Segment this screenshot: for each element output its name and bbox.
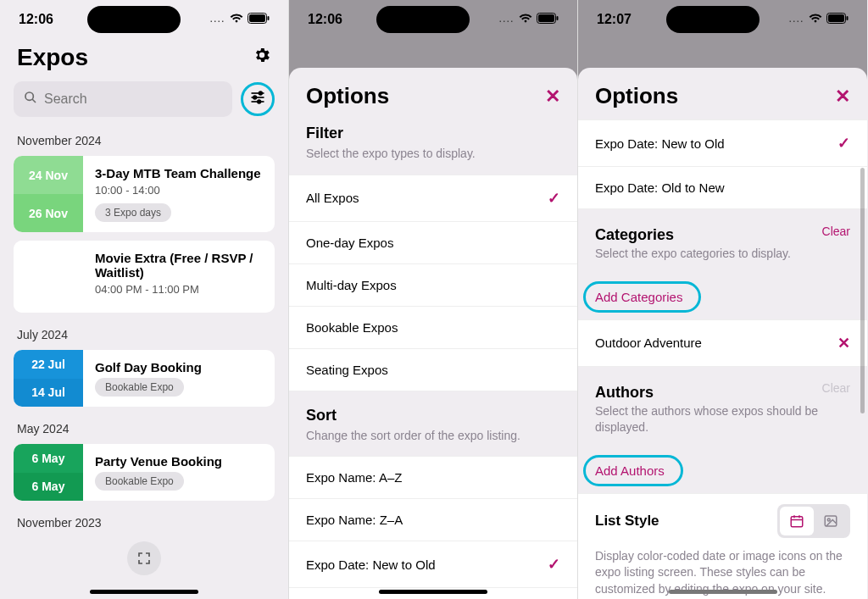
remove-icon[interactable]: ✕ bbox=[837, 334, 850, 352]
sort-option-za[interactable]: Expo Name: Z–A bbox=[289, 499, 577, 541]
close-icon[interactable]: ✕ bbox=[545, 86, 560, 108]
scrollbar[interactable] bbox=[860, 168, 865, 579]
search-input[interactable] bbox=[44, 92, 222, 107]
svg-point-22 bbox=[827, 519, 830, 521]
add-categories-link[interactable]: Add Categories bbox=[578, 275, 699, 319]
filter-option-oneday[interactable]: One-day Expos bbox=[289, 222, 577, 264]
card-title: Movie Extra (Free / RSVP / Waitlist) bbox=[95, 251, 263, 280]
option-label: Expo Date: New to Old bbox=[595, 136, 725, 151]
notch bbox=[666, 6, 760, 33]
options-sheet: Options ✕ Filter Select the expo types t… bbox=[289, 68, 577, 599]
filter-options-list: All Expos ✓ One-day Expos Multi-day Expo… bbox=[289, 175, 577, 391]
fab-bar bbox=[0, 541, 288, 575]
svg-line-4 bbox=[32, 99, 36, 103]
card-badge: Bookable Expo bbox=[95, 378, 184, 397]
card-badge: Bookable Expo bbox=[95, 472, 184, 491]
category-chip-outdoor[interactable]: Outdoor Adventure ✕ bbox=[578, 319, 867, 367]
expo-card-party[interactable]: 6 May 6 May Party Venue Booking Bookable… bbox=[14, 444, 275, 501]
categories-desc: Select the expo categories to display. bbox=[578, 246, 867, 275]
status-time: 12:06 bbox=[19, 12, 70, 27]
category-label: Outdoor Adventure bbox=[595, 336, 702, 350]
month-header-nov2023: November 2023 bbox=[0, 509, 288, 538]
check-icon: ✓ bbox=[837, 134, 850, 153]
sort-section-title: Sort bbox=[289, 391, 577, 428]
authors-clear: Clear bbox=[822, 381, 850, 395]
list-style-image-icon[interactable] bbox=[814, 507, 848, 535]
search-box[interactable] bbox=[14, 81, 232, 117]
scrollbar-thumb[interactable] bbox=[860, 168, 865, 413]
option-label: Expo Date: New to Old bbox=[306, 557, 436, 572]
sheet-title: Options bbox=[306, 83, 389, 109]
filter-option-multiday[interactable]: Multi-day Expos bbox=[289, 264, 577, 307]
sheet-title: Options bbox=[595, 83, 678, 109]
status-bar: 12:06 .... bbox=[289, 0, 577, 39]
sort-option-az[interactable]: Expo Name: A–Z bbox=[289, 456, 577, 499]
authors-desc: Select the authors whose expos should be… bbox=[578, 403, 867, 448]
card-time: 04:00 PM - 11:00 PM bbox=[95, 283, 263, 296]
list-style-title: List Style bbox=[595, 513, 659, 530]
sort-option-new[interactable]: Expo Date: New to Old ✓ bbox=[578, 119, 867, 167]
expo-card-golf[interactable]: 22 Jul 14 Jul Golf Day Booking Bookable … bbox=[14, 350, 275, 407]
battery-icon bbox=[248, 12, 270, 27]
card-title: Party Venue Booking bbox=[95, 454, 263, 469]
close-icon[interactable]: ✕ bbox=[835, 86, 850, 108]
filter-option-bookable[interactable]: Bookable Expos bbox=[289, 307, 577, 349]
settings-gear-icon[interactable] bbox=[253, 46, 271, 69]
date-start: 24 Nov bbox=[14, 156, 83, 194]
option-label: Seating Expos bbox=[306, 363, 388, 377]
svg-rect-12 bbox=[538, 14, 554, 22]
status-time: 12:06 bbox=[308, 12, 359, 27]
home-indicator bbox=[379, 590, 487, 594]
selected-categories: Outdoor Adventure ✕ bbox=[578, 319, 867, 367]
card-time: 10:00 - 14:00 bbox=[95, 184, 263, 197]
option-label: All Expos bbox=[306, 191, 359, 205]
list-style-segment bbox=[777, 504, 850, 538]
status-time: 12:07 bbox=[597, 12, 648, 27]
svg-rect-13 bbox=[557, 16, 559, 20]
svg-rect-1 bbox=[249, 14, 265, 22]
filter-button[interactable] bbox=[241, 82, 275, 116]
month-header-jul2024: July 2024 bbox=[0, 321, 288, 350]
option-label: Expo Name: A–Z bbox=[306, 470, 402, 485]
card-title: Golf Day Booking bbox=[95, 360, 263, 374]
card-badge: 3 Expo days bbox=[95, 203, 171, 222]
search-row bbox=[0, 81, 288, 127]
expo-card-mtb[interactable]: 24 Nov 26 Nov 3-Day MTB Team Challenge 1… bbox=[14, 156, 275, 232]
date-start: 22 Jul bbox=[14, 350, 83, 379]
svg-rect-17 bbox=[791, 517, 803, 527]
option-label: Expo Name: Z–A bbox=[306, 513, 403, 527]
add-authors-link[interactable]: Add Authors bbox=[578, 448, 682, 493]
signal-dots: .... bbox=[210, 15, 225, 24]
search-icon bbox=[24, 91, 37, 108]
expand-fab[interactable] bbox=[127, 541, 161, 575]
page-title: Expos bbox=[17, 44, 88, 71]
sort-option-new[interactable]: Expo Date: New to Old ✓ bbox=[289, 541, 577, 588]
status-right: .... bbox=[198, 12, 270, 27]
sort-section-desc: Change the sort order of the expo listin… bbox=[289, 428, 577, 457]
option-label: Bookable Expos bbox=[306, 320, 398, 335]
authors-title: Authors bbox=[595, 375, 654, 402]
check-icon: ✓ bbox=[548, 555, 560, 574]
option-label: One-day Expos bbox=[306, 236, 393, 250]
date-start: 6 May bbox=[14, 444, 83, 473]
list-style-date-icon[interactable] bbox=[780, 507, 814, 535]
filter-option-seating[interactable]: Seating Expos bbox=[289, 349, 577, 391]
sort-options-list: Expo Name: A–Z Expo Name: Z–A Expo Date:… bbox=[289, 456, 577, 599]
battery-icon bbox=[826, 12, 849, 27]
screen-options-categories: 12:07 .... Options ✕ Expo Date: New to O… bbox=[578, 0, 867, 599]
categories-title: Categories bbox=[595, 218, 674, 244]
sort-option-old[interactable]: Expo Date: Old to New bbox=[578, 167, 867, 209]
filter-section-desc: Select the expo types to display. bbox=[289, 146, 577, 175]
svg-rect-2 bbox=[268, 16, 270, 20]
wifi-icon bbox=[519, 12, 532, 27]
date-end: 14 Jul bbox=[14, 379, 83, 408]
card-title: 3-Day MTB Team Challenge bbox=[95, 166, 263, 180]
wifi-icon bbox=[809, 12, 822, 27]
svg-rect-16 bbox=[847, 16, 849, 20]
expo-card-movie[interactable]: Movie Extra (Free / RSVP / Waitlist) 04:… bbox=[14, 241, 275, 313]
filter-option-all[interactable]: All Expos ✓ bbox=[289, 175, 577, 222]
svg-point-3 bbox=[25, 92, 33, 100]
notch bbox=[376, 6, 470, 33]
date-end: 6 May bbox=[14, 473, 83, 502]
categories-clear[interactable]: Clear bbox=[822, 225, 850, 238]
